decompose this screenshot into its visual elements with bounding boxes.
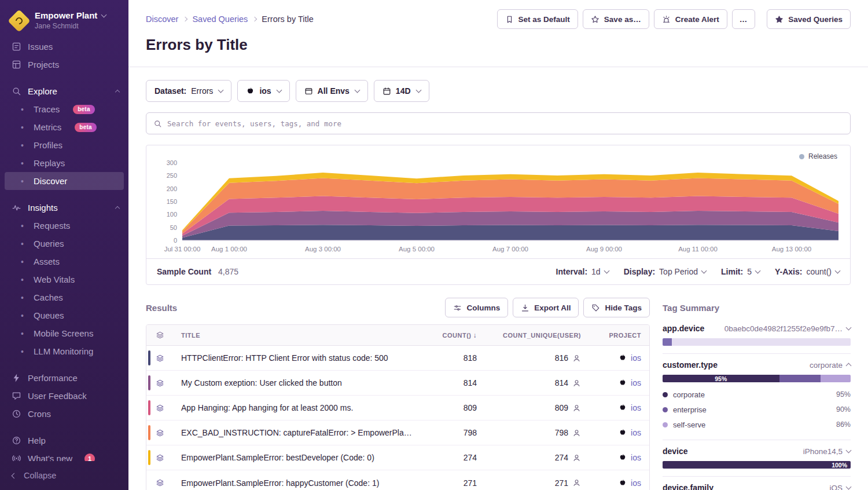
tag-header[interactable]: deviceiPhone14,5: [663, 447, 851, 456]
row-marker-cell: [146, 476, 173, 490]
tag-bar-segment[interactable]: [779, 375, 821, 382]
count-unique-cell[interactable]: 798: [485, 428, 589, 437]
columns-button[interactable]: Columns: [445, 298, 508, 317]
sidebar-item-assets[interactable]: •Assets: [5, 253, 124, 270]
sidebar-item-caches[interactable]: •Caches: [5, 288, 124, 306]
sidebar-item-help[interactable]: Help: [5, 432, 124, 449]
project-link[interactable]: ios: [631, 403, 641, 412]
sidebar-section-insights[interactable]: Insights: [5, 199, 124, 217]
lightning-icon: [12, 373, 21, 383]
count-unique-cell[interactable]: 274: [485, 453, 589, 462]
sidebar-item-queues[interactable]: •Queues: [5, 306, 124, 324]
project-link[interactable]: ios: [631, 353, 641, 363]
export-all-button[interactable]: Export All: [513, 298, 579, 317]
sidebar-item-requests[interactable]: •Requests: [5, 217, 124, 235]
environment-selector[interactable]: All Envs: [296, 80, 368, 102]
tag-bar-segment[interactable]: [672, 338, 851, 346]
layers-icon: [156, 404, 164, 412]
chart-control-display[interactable]: Display:Top Period: [624, 267, 706, 276]
breadcrumb-discover[interactable]: Discover: [146, 14, 178, 24]
issue-title[interactable]: EmpowerPlant.SampleError: happyCustomer …: [173, 478, 421, 488]
dataset-selector[interactable]: Dataset: Errors: [146, 80, 231, 102]
save-as-button[interactable]: Save as…: [583, 9, 649, 29]
sidebar-item-replays[interactable]: •Replays: [5, 154, 124, 172]
count-cell[interactable]: 809: [421, 403, 485, 412]
tag-top-value: 0baebc0de4982f1255f2e9e9fb7…: [724, 324, 851, 333]
set-as-default-button[interactable]: Set as Default: [497, 9, 578, 29]
count-cell[interactable]: 798: [421, 428, 485, 437]
org-switcher[interactable]: Empower Plant Jane Schmidt: [0, 7, 128, 35]
tag-header[interactable]: app.device0baebc0de4982f1255f2e9e9fb7…: [663, 324, 851, 333]
tag-card-app-device: app.device0baebc0de4982f1255f2e9e9fb7…: [663, 317, 851, 354]
search-input[interactable]: [167, 119, 843, 128]
sidebar-item-user-feedback[interactable]: User Feedback: [5, 387, 124, 405]
column-header-project[interactable]: PROJECT: [589, 332, 649, 339]
project-selector[interactable]: ios: [237, 80, 289, 102]
tag-header[interactable]: customer.typecorporate: [663, 360, 851, 370]
saved-queries-button[interactable]: Saved Queries: [767, 9, 851, 29]
tag-bar-segment[interactable]: [821, 375, 851, 382]
project-link[interactable]: ios: [631, 453, 641, 462]
stacked-area-chart[interactable]: 050100150200250300Jul 31 00:00Aug 1 00:0…: [153, 149, 843, 257]
sidebar-item-label: Issues: [28, 42, 53, 52]
tag-distribution-bar[interactable]: 100%: [663, 461, 851, 469]
more-options-button[interactable]: …: [732, 9, 756, 29]
collapse-button[interactable]: Collapse: [0, 461, 128, 490]
sidebar-item-performance[interactable]: Performance: [5, 369, 124, 387]
count-cell[interactable]: 271: [421, 478, 485, 488]
sidebar-item-crons[interactable]: Crons: [5, 405, 124, 423]
sidebar-item-profiles[interactable]: •Profiles: [5, 136, 124, 154]
issue-title[interactable]: App Hanging: App hanging for at least 20…: [173, 403, 421, 412]
sidebar-item-llm-monitoring[interactable]: •LLM Monitoring: [5, 342, 124, 360]
sidebar-item-issues[interactable]: Issues: [5, 38, 124, 56]
sidebar-item-what-s-new[interactable]: What's new1: [5, 449, 124, 461]
project-link[interactable]: ios: [631, 428, 641, 437]
issue-title[interactable]: EmpowerPlant.SampleError: bestDeveloper …: [173, 453, 421, 462]
chart-control-y-axis[interactable]: Y-Axis:count(): [775, 267, 840, 276]
column-header-count-unique[interactable]: COUNT_UNIQUE(USER): [485, 332, 589, 339]
tag-bar-segment[interactable]: 100%: [663, 461, 851, 469]
issue-title[interactable]: HTTPClientError: HTTP Client Error with …: [173, 353, 421, 363]
count-unique-cell[interactable]: 816: [485, 353, 589, 363]
project-link[interactable]: ios: [631, 378, 641, 387]
count-unique-cell[interactable]: 814: [485, 378, 589, 387]
count-cell[interactable]: 274: [421, 453, 485, 462]
date-range-selector[interactable]: 14D: [374, 80, 429, 102]
apple-icon: [246, 87, 255, 96]
column-header-title[interactable]: TITLE: [173, 332, 421, 339]
count-unique-cell[interactable]: 271: [485, 478, 589, 488]
column-header-count[interactable]: COUNT()↓: [421, 331, 485, 339]
tag-value-row[interactable]: self-serve86%: [663, 417, 851, 432]
tag-value-row[interactable]: corporate95%: [663, 387, 851, 402]
tag-value-row[interactable]: enterprise90%: [663, 402, 851, 417]
tag-bar-segment[interactable]: [663, 338, 672, 346]
sidebar-item-projects[interactable]: Projects: [5, 56, 124, 74]
sidebar-item-metrics[interactable]: •Metricsbeta: [5, 118, 124, 136]
sidebar-section-explore[interactable]: Explore: [5, 82, 124, 100]
chart-control-interval[interactable]: Interval:1d: [556, 267, 609, 276]
tag-value-percentage: 90%: [836, 405, 851, 414]
sidebar-item-web-vitals[interactable]: •Web Vitals: [5, 270, 124, 288]
issue-title[interactable]: My Custom exeption: User clicked the but…: [173, 378, 421, 387]
releases-legend[interactable]: Releases: [799, 152, 837, 160]
sidebar-item-mobile-screens[interactable]: •Mobile Screens: [5, 324, 124, 342]
tag-distribution-bar[interactable]: 95%: [663, 375, 851, 382]
sidebar-item-traces[interactable]: •Tracesbeta: [5, 100, 124, 118]
chart-control-limit[interactable]: Limit:5: [721, 267, 760, 276]
sidebar-item-discover[interactable]: •Discover: [5, 172, 124, 190]
chevron-down-icon: [354, 87, 360, 93]
person-icon: [572, 404, 581, 412]
issue-title[interactable]: EXC_BAD_INSTRUCTION: captureFatalError: …: [173, 428, 421, 437]
sidebar-item-queries[interactable]: •Queries: [5, 235, 124, 253]
project-link[interactable]: ios: [631, 478, 641, 488]
tag-distribution-bar[interactable]: [663, 338, 851, 346]
count-cell[interactable]: 814: [421, 378, 485, 387]
count-unique-cell[interactable]: 809: [485, 403, 589, 412]
tag-bar-segment[interactable]: 95%: [663, 375, 779, 382]
breadcrumb-saved-queries[interactable]: Saved Queries: [192, 14, 248, 24]
count-cell[interactable]: 818: [421, 353, 485, 363]
create-alert-button[interactable]: Create Alert: [654, 9, 727, 29]
hide-tags-button[interactable]: Hide Tags: [583, 298, 650, 317]
tag-card-device: deviceiPhone14,5100%: [663, 440, 851, 477]
tag-header[interactable]: device.familyiOS: [663, 483, 851, 490]
